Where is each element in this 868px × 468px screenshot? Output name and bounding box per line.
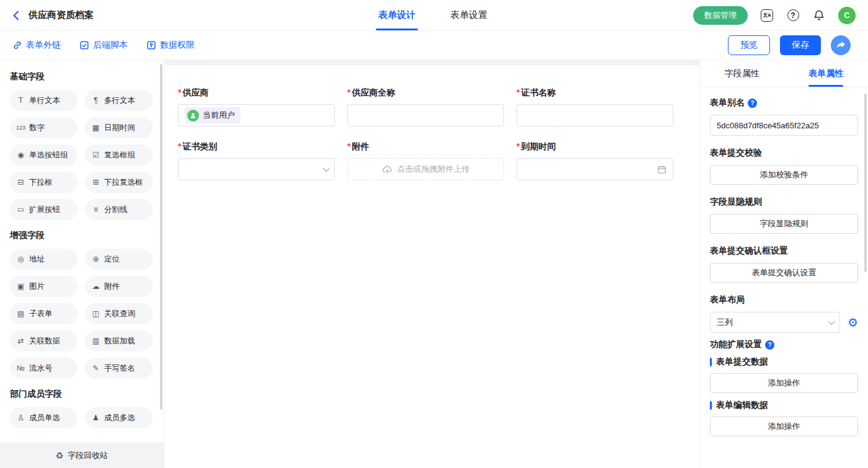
- field-type-label: 流水号: [29, 363, 53, 374]
- field-type-data-load[interactable]: ▥数据加载: [85, 330, 153, 351]
- field-label: 附件: [352, 141, 369, 152]
- sidebar-sections: 基础字段T单行文本¶多行文本123数字▦日期时间◉单选按钮组☑复选框组⊟下拉框⊞…: [0, 60, 164, 459]
- field-type-extend-button[interactable]: ▭扩展按钮: [10, 199, 78, 220]
- field-type-signature[interactable]: ✎手写签名: [85, 358, 153, 379]
- required-mark: *: [178, 87, 181, 99]
- backend-script-link[interactable]: 后端脚本: [79, 40, 128, 51]
- field-type-image[interactable]: ▣图片: [10, 276, 78, 297]
- submit-data-label: 表单提交数据: [716, 356, 768, 368]
- current-user-tag[interactable]: 当前用户: [185, 107, 241, 123]
- form-field-expiry-time[interactable]: * 到期时间: [516, 141, 673, 180]
- form-alias-input[interactable]: [710, 115, 858, 136]
- data-permission-link[interactable]: 数据权限: [146, 40, 195, 51]
- preview-button[interactable]: 预览: [728, 35, 770, 55]
- field-visibility-button[interactable]: 字段显隐规则: [710, 214, 858, 234]
- field-type-label: 手写签名: [104, 363, 135, 374]
- translate-icon[interactable]: 文A: [760, 9, 774, 22]
- field-type-checkbox-group[interactable]: ☑复选框组: [85, 144, 153, 166]
- field-type-single-line-text[interactable]: T单行文本: [10, 90, 78, 111]
- back-button[interactable]: [10, 9, 22, 22]
- link-icon: [12, 40, 22, 50]
- certificate-type-select[interactable]: [178, 158, 335, 180]
- submit-confirm-label: 表单提交确认框设置: [710, 245, 788, 257]
- field-type-label: 数据加载: [104, 336, 135, 347]
- field-label: 证书类别: [182, 141, 217, 152]
- supplier-full-name-input[interactable]: [347, 104, 504, 126]
- form-layout-label: 表单布局: [710, 294, 745, 306]
- form-field-attachment[interactable]: * 附件 点击或拖拽附件上传: [347, 141, 504, 180]
- field-type-member-multi[interactable]: ♟成员多选: [85, 407, 153, 428]
- field-label: 证书名称: [521, 87, 556, 99]
- subform-icon: ▤: [16, 309, 25, 318]
- form-field-supplier-full-name[interactable]: * 供应商全称: [347, 87, 504, 126]
- field-type-attachment[interactable]: ☁附件: [85, 276, 153, 297]
- field-type-label: 定位: [104, 254, 120, 265]
- edit-data-add-action-button[interactable]: 添加操作: [710, 417, 858, 436]
- form-field-certificate-type[interactable]: * 证书类别: [178, 141, 335, 180]
- field-type-relation-query[interactable]: ◫关联查询: [85, 303, 153, 324]
- tab-form-design[interactable]: 表单设计: [376, 0, 418, 30]
- users-icon: ♟: [91, 413, 100, 422]
- gear-icon[interactable]: ⚙: [848, 317, 858, 329]
- recycle-icon: ♻: [56, 451, 64, 461]
- field-type-label: 图片: [29, 281, 45, 292]
- share-button[interactable]: [831, 35, 851, 55]
- form-alias-help-icon[interactable]: ?: [748, 99, 757, 108]
- cloud-upload-icon: [382, 165, 393, 174]
- header-tabs: 表单设计 表单设置: [376, 0, 490, 30]
- checkbox-icon: ☑: [91, 151, 100, 159]
- field-label: 供应商: [182, 87, 208, 99]
- dropdown-icon: ⊟: [16, 178, 25, 187]
- supplier-input[interactable]: 当前用户: [178, 104, 335, 126]
- form-layout-select[interactable]: 三列: [710, 312, 840, 333]
- field-type-subform[interactable]: ▤子表单: [10, 303, 78, 324]
- field-type-serial-number[interactable]: №流水号: [10, 358, 78, 379]
- submit-data-add-action-button[interactable]: 添加操作: [710, 373, 858, 393]
- save-button[interactable]: 保存: [780, 35, 821, 55]
- field-type-address[interactable]: ◎地址: [10, 249, 78, 270]
- help-icon[interactable]: ?: [786, 9, 800, 22]
- field-type-member-single[interactable]: ♙成员单选: [10, 407, 78, 428]
- field-type-label: 子表单: [29, 309, 53, 319]
- field-type-radio-group[interactable]: ◉单选按钮组: [10, 144, 78, 166]
- field-type-datetime[interactable]: ▦日期时间: [85, 117, 153, 138]
- tab-form-settings[interactable]: 表单设置: [448, 0, 490, 30]
- bell-icon[interactable]: [812, 9, 826, 22]
- field-type-geolocation[interactable]: ⊕定位: [85, 249, 153, 270]
- submit-confirm-button[interactable]: 表单提交确认设置: [710, 263, 858, 283]
- expiry-date-input[interactable]: [516, 158, 673, 180]
- field-type-divider[interactable]: ≡分割线: [85, 199, 153, 220]
- field-type-relation-data[interactable]: ⇄关联数据: [10, 330, 78, 351]
- data-manage-button[interactable]: 数据管理: [693, 6, 748, 25]
- add-validation-button[interactable]: 添加校验条件: [710, 165, 858, 185]
- button-icon: ▭: [16, 205, 25, 214]
- field-type-number[interactable]: 123数字: [10, 117, 78, 138]
- attachment-upload-area[interactable]: 点击或拖拽附件上传: [347, 158, 504, 180]
- avatar[interactable]: C: [838, 7, 856, 24]
- field-type-label: 地址: [29, 254, 45, 265]
- certificate-name-input[interactable]: [516, 104, 673, 126]
- required-mark: *: [516, 87, 520, 99]
- required-mark: *: [347, 141, 350, 152]
- tab-field-properties[interactable]: 字段属性: [700, 60, 784, 87]
- field-type-multi-line-text[interactable]: ¶多行文本: [85, 90, 153, 111]
- sidebar-section-title: 基础字段: [10, 71, 153, 82]
- tab-form-properties[interactable]: 表单属性: [784, 60, 868, 87]
- sidebar-scrollbar[interactable]: [160, 64, 162, 410]
- field-recycle-bin[interactable]: ♻ 字段回收站: [0, 443, 164, 468]
- field-type-select[interactable]: ⊟下拉框: [10, 172, 78, 193]
- field-type-label: 关联查询: [104, 309, 135, 319]
- extension-help-icon[interactable]: ?: [765, 340, 774, 350]
- form-field-certificate-name[interactable]: * 证书名称: [516, 87, 673, 126]
- properties-scrollbar[interactable]: [864, 94, 867, 272]
- number-icon: 123: [16, 125, 25, 131]
- field-type-multi-select[interactable]: ⊞下拉复选框: [85, 172, 153, 193]
- field-type-label: 附件: [104, 281, 120, 292]
- recycle-bin-label: 字段回收站: [68, 450, 108, 461]
- relation-query-icon: ◫: [91, 309, 100, 318]
- form-field-supplier[interactable]: * 供应商 当前用户: [178, 87, 335, 126]
- form-external-link[interactable]: 表单外链: [12, 40, 61, 51]
- field-grid: T单行文本¶多行文本123数字▦日期时间◉单选按钮组☑复选框组⊟下拉框⊞下拉复选…: [10, 90, 153, 220]
- calendar-icon: [657, 165, 666, 174]
- field-type-label: 下拉复选框: [104, 177, 143, 188]
